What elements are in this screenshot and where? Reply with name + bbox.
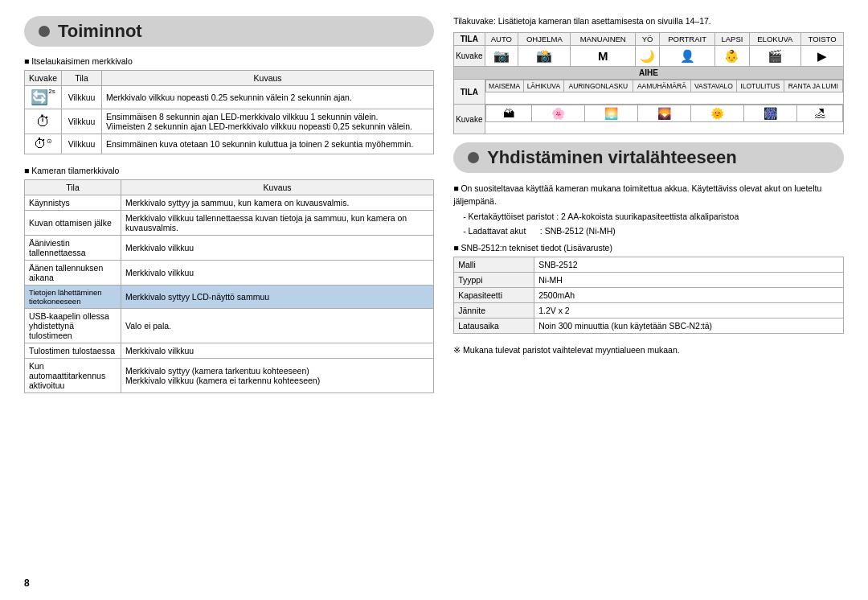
value-jannite: 1.2V x 2 xyxy=(534,303,844,318)
tila-cell: Kuvan ottamisen jälke xyxy=(25,211,121,236)
table-row: Käynnistys Merkkivalo syttyy ja sammuu, … xyxy=(25,195,434,211)
kuvaus-cell: Merkkivalo vilkkuu nopeasti 0.25 sekunni… xyxy=(102,86,434,109)
tila-cell: Kun automaattitarkennus aktivoituu xyxy=(25,359,121,393)
table-row: ⏱⊙ Vilkkuu Ensimmäinen kuva otetaan 10 s… xyxy=(25,134,434,154)
col-kuvaus: Kuvaus xyxy=(121,180,434,195)
tila-cell: Vilkkuu xyxy=(62,86,102,109)
tila-cell: USB-kaapelin ollessa yhdistettynä tulost… xyxy=(25,309,121,343)
aihe-subtable: MAISEMA LÄHIKUVA AURINGONLASKU AAMUHÄMÄR… xyxy=(485,80,844,92)
col-elokuva: ELOKUVA xyxy=(749,33,800,46)
kuvaus-cell: Ensimmäisen 8 sekunnin ajan LED-merkkiva… xyxy=(102,109,434,134)
icon-maisema: 🏔 xyxy=(485,105,531,122)
icon-auto: 📷 xyxy=(485,46,518,67)
yhdist-para2: - Kertakäyttöiset paristot : 2 AA-kokois… xyxy=(453,211,844,224)
yhdist-para1: ■ On suositeltavaa käyttää kameran mukan… xyxy=(453,183,844,208)
tila-cell: Käynnistys xyxy=(25,195,121,211)
table-row: AIHE xyxy=(454,67,844,80)
itselaukaisimen-table: Kuvake Tila Kuvaus 🔄2s Vilkkuu Merkkival… xyxy=(24,70,434,154)
col-rantajalumi: RANTA JA LUMI xyxy=(784,80,842,92)
icon-ohjelma: 📸 xyxy=(518,46,571,67)
toiminnot-title: Toiminnot xyxy=(58,21,142,42)
yhdist-text-block: ■ On suositeltavaa käyttää kameran mukan… xyxy=(453,183,844,238)
itselaukaisimen-label: Itselaukaisimen merkkivalo xyxy=(24,56,434,66)
footer-note: Mukana tulevat paristot vaihtelevat myyn… xyxy=(453,345,844,355)
kuvaus-cell: Merkkivalo vilkkuu xyxy=(121,343,434,359)
kuvaus-cell: Merkkivalo syttyy ja sammuu, kun kamera … xyxy=(121,195,434,211)
tila-label2: TILA xyxy=(454,80,485,105)
col-lahikuva: LÄHIKUVA xyxy=(523,80,563,92)
kuvaus-cell: Merkkivalo vilkkuu tallennettaessa kuvan… xyxy=(121,211,434,236)
label-malli: Malli xyxy=(454,257,534,273)
table-row: TILA MAISEMA LÄHIKUVA AURINGONLASKU AAMU… xyxy=(454,80,844,105)
table-row: Kuvake 🏔 🌸 🌅 🌄 🌞 🎆 🏖 xyxy=(454,105,844,134)
col-tila: Tila xyxy=(62,71,102,86)
kuvaus-cell: Valo ei pala. xyxy=(121,309,434,343)
col-ohjelma: OHJELMA xyxy=(518,33,571,46)
table-row: Kapasiteetti 2500mAh xyxy=(454,288,844,303)
label-kapasiteetti: Kapasiteetti xyxy=(454,288,534,303)
col-kuvaus: Kuvaus xyxy=(102,71,434,86)
aihe-label: AIHE xyxy=(454,67,844,80)
table-row: Malli SNB-2512 xyxy=(454,257,844,273)
col-portrait: PORTRAIT xyxy=(660,33,715,46)
snb-table: Malli SNB-2512 Tyyppi Ni-MH Kapasiteetti… xyxy=(453,257,844,334)
kuvake-label: Kuvake xyxy=(454,46,485,67)
value-tyyppi: Ni-MH xyxy=(534,273,844,288)
col-aamuhamara: AAMUHÄMÄRÄ xyxy=(633,80,690,92)
toiminnot-heading: Toiminnot xyxy=(24,16,434,47)
value-latausaika: Noin 300 minuuttia (kun käytetään SBC-N2… xyxy=(534,318,844,334)
icon-cell: 🔄2s xyxy=(25,86,62,109)
icon-auringonlasku: 🌅 xyxy=(584,105,637,122)
tila-cell: Tietojen lähettäminen tietokoneeseen xyxy=(25,286,121,309)
icon-rantajalumi: 🏖 xyxy=(796,105,842,122)
page-number: 8 xyxy=(24,577,30,589)
table-row highlight-row: Tietojen lähettäminen tietokoneeseen Mer… xyxy=(25,286,434,309)
kamera-tila-table: Tila Kuvaus Käynnistys Merkkivalo syttyy… xyxy=(24,179,434,393)
col-kuvake: Kuvake xyxy=(25,71,62,86)
col-auringonlasku: AURINGONLASKU xyxy=(563,80,633,92)
table-row: Jännite 1.2V x 2 xyxy=(454,303,844,318)
aihe-icons-table: 🏔 🌸 🌅 🌄 🌞 🎆 🏖 xyxy=(485,105,844,122)
icon-portrait: 👤 xyxy=(660,46,715,67)
kuvaus-cell: Merkkivalo syttyy LCD-näyttö sammuu xyxy=(121,286,434,309)
tila-table: TILA AUTO OHJELMA MANUAINEN YÖ PORTRAIT … xyxy=(453,32,844,134)
table-row: Äänen tallennuksen aikana Merkkivalo vil… xyxy=(25,261,434,286)
icon-elokuva: 🎬 xyxy=(749,46,800,67)
col-lapsi: LAPSI xyxy=(715,33,750,46)
col-maisema: MAISEMA xyxy=(485,80,523,92)
table-row: USB-kaapelin ollessa yhdistettynä tulost… xyxy=(25,309,434,343)
yhdistaminen-heading: Yhdistäminen virtalähteeseen xyxy=(453,142,844,173)
tilakuvake-note: Tilakuvake: Lisätietoja kameran tilan as… xyxy=(453,16,844,26)
icon-vastavalo: 🌞 xyxy=(690,105,743,122)
tila-cell: Vilkkuu xyxy=(62,109,102,134)
snb-label: SNB-2512:n tekniset tiedot (Lisävaruste) xyxy=(453,243,844,253)
col-auto: AUTO xyxy=(485,33,518,46)
icon-cell: ⏱⊙ xyxy=(25,134,62,154)
icon-lahikuva: 🌸 xyxy=(531,105,584,122)
tila-cell: Äänen tallennuksen aikana xyxy=(25,261,121,286)
table-row: Tulostimen tulostaessa Merkkivalo vilkku… xyxy=(25,343,434,359)
col-yo: YÖ xyxy=(635,33,659,46)
icon-manuainen: M xyxy=(571,46,635,67)
value-malli: SNB-2512 xyxy=(534,257,844,273)
kuvaus-cell: Ensimmäinen kuva otetaan 10 sekunnin kul… xyxy=(102,134,434,154)
table-row: Latausaika Noin 300 minuuttia (kun käyte… xyxy=(454,318,844,334)
heading-dot2 xyxy=(468,152,479,163)
kuvaus-cell: Merkkivalo vilkkuu xyxy=(121,261,434,286)
heading-dot xyxy=(39,26,50,37)
kuvaus-cell: Merkkivalo vilkkuu xyxy=(121,236,434,261)
tila-cell: Tulostimen tulostaessa xyxy=(25,343,121,359)
col-tila: Tila xyxy=(25,180,121,195)
col-vastavalo: VASTAVALO xyxy=(690,80,736,92)
icon-aamuhamara: 🌄 xyxy=(637,105,690,122)
table-row: Ääniviestin tallennettaessa Merkkivalo v… xyxy=(25,236,434,261)
col-ilotulitus: ILOTULITUS xyxy=(737,80,784,92)
table-row: Kuvake 📷 📸 M 🌙 👤 👶 🎬 ▶ xyxy=(454,46,844,67)
table-row: Kuvan ottamisen jälke Merkkivalo vilkkuu… xyxy=(25,211,434,236)
tila-cell: Vilkkuu xyxy=(62,134,102,154)
col-toisto: TOISTO xyxy=(801,33,844,46)
tila-cell: Ääniviestin tallennettaessa xyxy=(25,236,121,261)
table-row: Kun automaattitarkennus aktivoituu Merkk… xyxy=(25,359,434,393)
yhdistaminen-title: Yhdistäminen virtalähteeseen xyxy=(487,147,737,168)
icon-yo: 🌙 xyxy=(635,46,659,67)
